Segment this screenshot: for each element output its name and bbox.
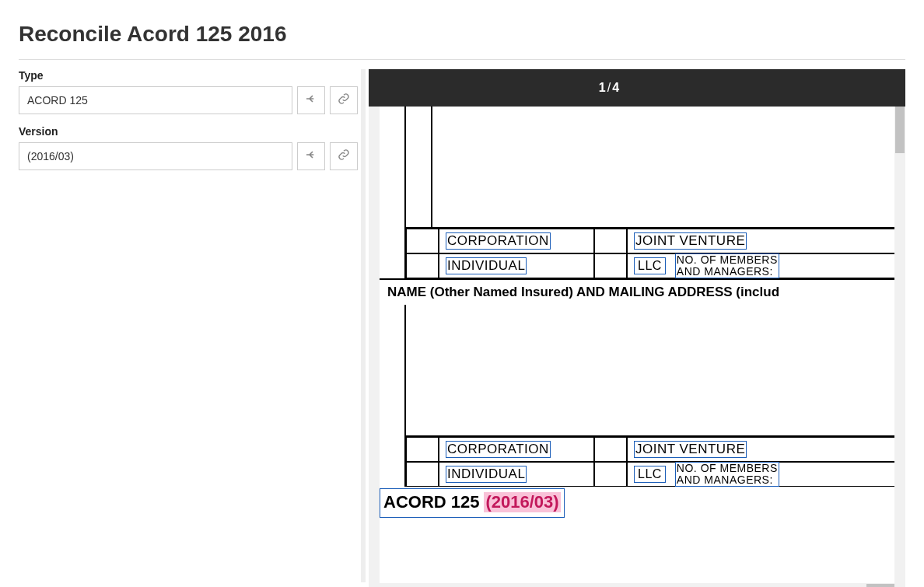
zoom-out-button[interactable] bbox=[823, 80, 838, 96]
name-mailing-label: NAME (Other Named Insured) AND MAILING A… bbox=[380, 278, 894, 305]
checkbox-cell bbox=[406, 253, 439, 278]
arrow-left-icon bbox=[305, 148, 317, 164]
checkbox-cell bbox=[594, 462, 627, 487]
page-sep: / bbox=[607, 81, 611, 94]
version-input[interactable] bbox=[19, 142, 292, 170]
checkbox-cell bbox=[406, 462, 439, 487]
arrow-left-icon bbox=[305, 93, 317, 108]
link-icon bbox=[338, 148, 350, 164]
page-title: Reconcile Acord 125 2016 bbox=[0, 0, 924, 59]
type-label: Type bbox=[19, 69, 358, 82]
checkbox-cell bbox=[594, 229, 627, 253]
type-input[interactable] bbox=[19, 86, 292, 114]
zoom-in-button[interactable] bbox=[879, 80, 894, 96]
type-link-button[interactable] bbox=[330, 86, 358, 114]
corporation-label: CORPORATION bbox=[439, 229, 594, 253]
llc-label: LLC NO. OF MEMBERSAND MANAGERS: bbox=[627, 253, 894, 278]
vertical-scrollbar[interactable] bbox=[894, 107, 905, 583]
version-link-button[interactable] bbox=[330, 142, 358, 170]
checkbox-cell bbox=[594, 253, 627, 278]
fullscreen-button[interactable] bbox=[851, 80, 866, 96]
panel-divider[interactable] bbox=[361, 69, 366, 582]
llc-label: LLC NO. OF MEMBERSAND MANAGERS: bbox=[627, 462, 894, 487]
acord-name: ACORD 125 bbox=[383, 492, 479, 512]
document-canvas[interactable]: CORPORATION JOINT VENTURE INDIVIDUAL LLC bbox=[380, 107, 894, 583]
joint-venture-label: JOINT VENTURE bbox=[627, 229, 894, 253]
document-viewer: 1/4 bbox=[369, 69, 905, 587]
individual-label: INDIVIDUAL bbox=[439, 253, 594, 278]
checkbox-cell bbox=[594, 437, 627, 462]
scrollbar-thumb[interactable] bbox=[866, 584, 894, 587]
page-total: 4 bbox=[612, 81, 619, 94]
title-divider bbox=[19, 59, 905, 60]
form-panel: Type Version bbox=[19, 69, 358, 587]
scrollbar-thumb[interactable] bbox=[895, 107, 905, 153]
next-page-button[interactable] bbox=[630, 80, 646, 96]
link-icon bbox=[338, 93, 350, 108]
checkbox-cell bbox=[406, 437, 439, 462]
page-indicator: 1/4 bbox=[599, 81, 619, 95]
corporation-label: CORPORATION bbox=[439, 437, 594, 462]
page-current: 1 bbox=[599, 81, 606, 94]
viewer-toolbar: 1/4 bbox=[369, 69, 905, 107]
individual-label: INDIVIDUAL bbox=[439, 462, 594, 487]
version-label: Version bbox=[19, 125, 358, 138]
acord-footer: ACORD 125 (2016/03) bbox=[380, 488, 565, 518]
horizontal-scrollbar[interactable] bbox=[369, 583, 894, 587]
prev-page-button[interactable] bbox=[572, 80, 588, 96]
acord-version-highlight: (2016/03) bbox=[484, 492, 560, 512]
viewer-body: CORPORATION JOINT VENTURE INDIVIDUAL LLC bbox=[369, 107, 905, 587]
help-button[interactable] bbox=[380, 80, 395, 96]
version-back-button[interactable] bbox=[297, 142, 325, 170]
type-back-button[interactable] bbox=[297, 86, 325, 114]
joint-venture-label: JOINT VENTURE bbox=[627, 437, 894, 462]
checkbox-cell bbox=[406, 229, 439, 253]
